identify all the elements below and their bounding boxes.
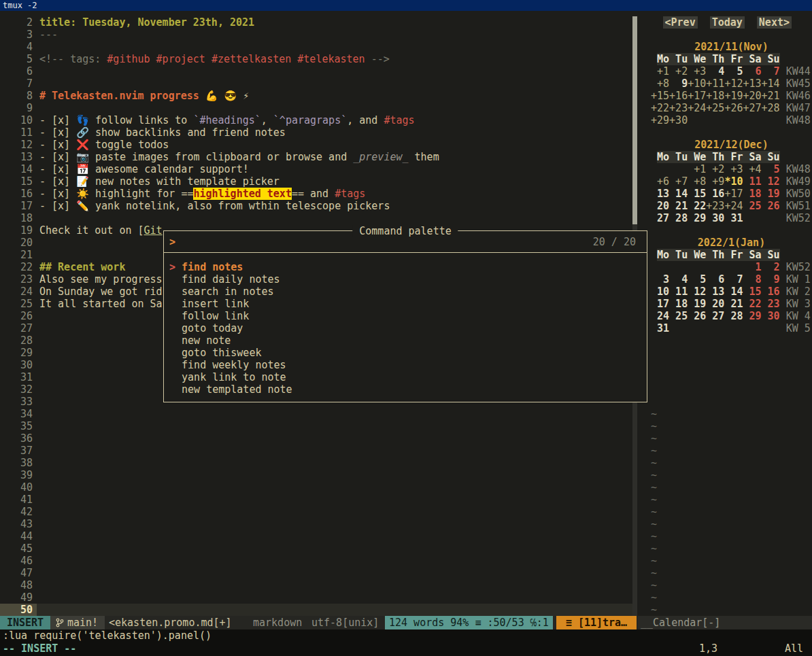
calendar-day[interactable]: 1 xyxy=(743,261,761,273)
calendar-day[interactable]: 16 xyxy=(706,188,724,200)
editor-line-10[interactable]: 10- [x] 👣 follow links to `#headings`, `… xyxy=(0,114,632,126)
editor-line-40[interactable]: 40 xyxy=(0,481,632,494)
palette-item[interactable]: search in notes xyxy=(164,286,647,298)
palette-prompt-input[interactable]: > 20 / 20 xyxy=(164,231,647,253)
calendar-day[interactable]: +12 xyxy=(724,77,743,90)
calendar-day[interactable]: 21 xyxy=(669,200,688,212)
calendar-day[interactable]: 26 xyxy=(762,200,780,212)
palette-item[interactable]: goto today xyxy=(164,322,647,334)
calendar-day[interactable]: +30 xyxy=(669,114,688,126)
calendar-day[interactable]: +17 xyxy=(724,188,743,200)
calendar-day[interactable]: +4 xyxy=(743,163,761,175)
calendar-day[interactable]: +3 xyxy=(724,163,743,175)
calendar-day[interactable]: 26 xyxy=(688,310,706,322)
calendar-day[interactable]: 7 xyxy=(762,65,780,77)
palette-item[interactable]: > find notes xyxy=(164,261,647,273)
calendar-day[interactable]: 18 xyxy=(743,188,761,200)
calendar-day[interactable]: +11 xyxy=(706,77,724,90)
calendar-day[interactable]: +13 xyxy=(743,77,761,90)
calendar-day[interactable]: 12 xyxy=(762,175,780,188)
calendar-day[interactable]: 28 xyxy=(724,310,743,322)
calendar-day[interactable]: 29 xyxy=(688,212,706,224)
calendar-day[interactable]: +16 xyxy=(669,90,688,102)
editor-line-11[interactable]: 11- [x] 🔗 show backlinks and friend note… xyxy=(0,126,632,139)
calendar-day[interactable]: 15 xyxy=(688,188,706,200)
calendar-day[interactable]: +8 xyxy=(651,77,669,90)
scrollbar-thumb[interactable] xyxy=(632,16,637,224)
calendar-day[interactable]: +21 xyxy=(762,90,780,102)
editor-line-16[interactable]: 16- [x] ☀️ highlight for ==highlighted t… xyxy=(0,188,632,200)
editor-line-17[interactable]: 17- [x] ✏️ yank notelink, also from wthi… xyxy=(0,200,632,212)
editor-line-44[interactable]: 44 xyxy=(0,530,632,542)
calendar-day[interactable]: +24 xyxy=(688,102,706,114)
calendar-prev-button[interactable]: <Prev xyxy=(663,16,698,29)
calendar-day[interactable]: +20 xyxy=(743,90,761,102)
editor-line-42[interactable]: 42 xyxy=(0,506,632,518)
calendar-day[interactable]: +3 xyxy=(688,65,706,77)
calendar-day[interactable]: 5 xyxy=(762,163,780,175)
palette-item[interactable]: follow link xyxy=(164,310,647,322)
calendar-day[interactable]: 30 xyxy=(762,310,780,322)
calendar-day[interactable]: 27 xyxy=(651,212,669,224)
calendar-day[interactable]: 22 xyxy=(688,200,706,212)
palette-item[interactable]: insert link xyxy=(164,298,647,310)
calendar-day[interactable]: +28 xyxy=(762,102,780,114)
calendar-day[interactable]: +25 xyxy=(706,102,724,114)
calendar-day[interactable]: 2 xyxy=(762,261,780,273)
calendar-day[interactable]: 24 xyxy=(651,310,669,322)
calendar-day[interactable]: 5 xyxy=(724,65,743,77)
command-line[interactable]: :lua require('telekasten').panel() xyxy=(0,629,812,642)
editor-line-39[interactable]: 39 xyxy=(0,469,632,481)
calendar-day[interactable]: 3 xyxy=(651,273,669,286)
editor-line-15[interactable]: 15- [x] 📝 new notes with template picker xyxy=(0,175,632,188)
calendar-day[interactable]: 9 xyxy=(669,77,688,90)
editor-line-43[interactable]: 43 xyxy=(0,518,632,530)
editor-line-47[interactable]: 47 xyxy=(0,567,632,579)
calendar-day[interactable]: 20 xyxy=(706,298,724,310)
calendar-day[interactable]: 6 xyxy=(743,65,761,77)
buffer-indicator[interactable]: ≡ [11]tra… xyxy=(556,616,637,629)
calendar-day[interactable]: 30 xyxy=(706,212,724,224)
editor-line-9[interactable]: 9 xyxy=(0,102,632,114)
calendar-day[interactable]: +7 xyxy=(669,175,688,188)
calendar-day[interactable]: +8 xyxy=(688,175,706,188)
calendar-day[interactable]: +6 xyxy=(651,175,669,188)
calendar-day[interactable]: 6 xyxy=(706,273,724,286)
calendar-day[interactable]: +22 xyxy=(651,102,669,114)
calendar-day[interactable]: 5 xyxy=(688,273,706,286)
editor-line-2[interactable]: 2title: Tuesday, November 23th, 2021 xyxy=(0,16,632,29)
palette-item[interactable]: find weekly notes xyxy=(164,359,647,371)
calendar-day[interactable]: *10 xyxy=(724,175,743,188)
editor-line-18[interactable]: 18 xyxy=(0,212,632,224)
calendar-day[interactable]: 11 xyxy=(669,286,688,298)
calendar-day[interactable]: +10 xyxy=(688,77,706,90)
editor-line-4[interactable]: 4 xyxy=(0,41,632,53)
calendar-day[interactable]: 25 xyxy=(743,200,761,212)
calendar-day[interactable]: 9 xyxy=(762,273,780,286)
calendar-day[interactable]: 23 xyxy=(762,298,780,310)
calendar-day[interactable]: 7 xyxy=(724,273,743,286)
editor-line-6[interactable]: 6 xyxy=(0,65,632,77)
calendar-day[interactable]: +26 xyxy=(724,102,743,114)
editor-line-46[interactable]: 46 xyxy=(0,555,632,567)
editor-line-13[interactable]: 13- [x] 📷 paste images from clipboard or… xyxy=(0,151,632,163)
calendar-day[interactable]: 21 xyxy=(724,298,743,310)
calendar-day[interactable]: +2 xyxy=(706,163,724,175)
calendar-day[interactable]: 27 xyxy=(706,310,724,322)
calendar-day[interactable]: 4 xyxy=(706,65,724,77)
editor-line-38[interactable]: 38 xyxy=(0,457,632,469)
editor-line-14[interactable]: 14- [x] 📅 awesome calendar support! xyxy=(0,163,632,175)
calendar-today-button[interactable]: Today xyxy=(710,16,745,29)
calendar-next-button[interactable]: Next> xyxy=(757,16,792,29)
calendar-day[interactable]: 10 xyxy=(651,286,669,298)
editor-line-3[interactable]: 3--- xyxy=(0,29,632,41)
calendar-day[interactable]: 17 xyxy=(651,298,669,310)
editor-line-5[interactable]: 5<!-- tags: #github #project #zettelkast… xyxy=(0,53,632,65)
editor-line-50[interactable]: 50 xyxy=(0,604,632,616)
calendar-day[interactable]: +2 xyxy=(669,65,688,77)
calendar-day[interactable]: +23 xyxy=(706,200,724,212)
calendar-day[interactable]: 29 xyxy=(743,310,761,322)
calendar-day[interactable]: +1 xyxy=(688,163,706,175)
palette-item[interactable]: new note xyxy=(164,334,647,347)
calendar-day[interactable]: 22 xyxy=(743,298,761,310)
